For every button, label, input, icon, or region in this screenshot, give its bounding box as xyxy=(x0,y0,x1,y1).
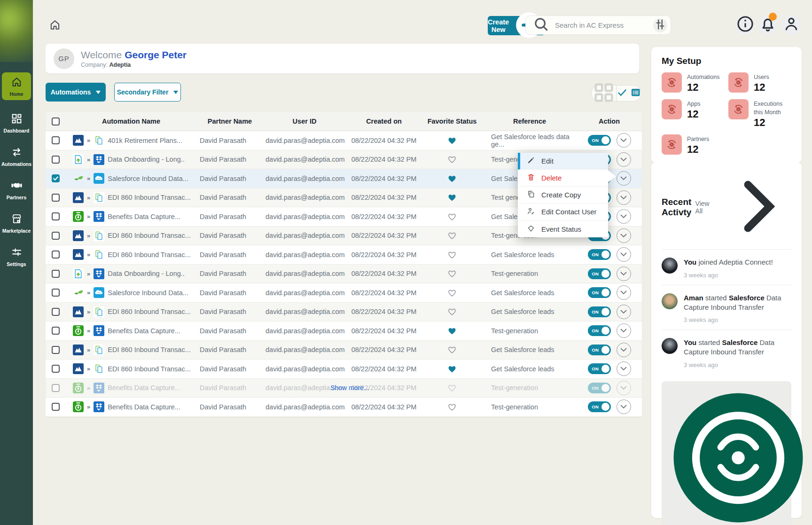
row-checkbox[interactable] xyxy=(52,403,60,411)
favorite-heart-filled-icon[interactable] xyxy=(447,136,457,145)
table-row: » Benefits Data Capture... David Parasat… xyxy=(46,379,642,398)
automation-name: Benefits Data Capture... xyxy=(108,213,180,220)
row-checkbox[interactable] xyxy=(52,212,60,220)
row-actions-button[interactable] xyxy=(617,171,631,186)
row-checkbox[interactable] xyxy=(52,346,60,354)
gear-sync-icon xyxy=(662,99,682,119)
chevrons-right-icon: » xyxy=(87,213,90,220)
status-toggle[interactable]: ON xyxy=(588,287,611,298)
row-checkbox[interactable] xyxy=(52,156,60,164)
sidebar-item-dashboard[interactable]: Dashboard xyxy=(1,113,32,133)
row-checkbox[interactable] xyxy=(52,365,60,373)
user-id: david.paras@adeptia.com xyxy=(263,232,346,239)
row-actions-button[interactable] xyxy=(617,190,631,205)
secondary-filter-dropdown[interactable]: Secondary Filter xyxy=(114,83,181,102)
favorite-heart-filled-icon[interactable] xyxy=(447,326,457,336)
row-checkbox[interactable] xyxy=(52,327,60,335)
profile-button[interactable] xyxy=(782,16,801,34)
status-toggle[interactable]: ON xyxy=(588,345,611,355)
favorite-heart-outline-icon[interactable] xyxy=(447,155,457,164)
row-actions-button[interactable] xyxy=(617,285,631,300)
row-actions-button[interactable] xyxy=(617,323,631,338)
row-actions-button[interactable] xyxy=(617,209,631,224)
table-row: » Salesforce Inbound Data... David Paras… xyxy=(46,283,642,303)
search-filter-button[interactable] xyxy=(653,18,667,32)
row-checkbox[interactable] xyxy=(52,270,60,278)
activity-avatar xyxy=(662,258,678,274)
favorite-heart-outline-icon[interactable] xyxy=(447,269,457,278)
menu-item-delete[interactable]: Delete xyxy=(518,170,608,187)
menu-item-edit[interactable]: Edit xyxy=(518,153,608,170)
status-toggle[interactable]: ON xyxy=(588,249,611,260)
list-view-button[interactable] xyxy=(617,86,641,101)
favorite-heart-outline-icon[interactable] xyxy=(447,402,457,412)
created-on: 08/22/2024 04:32 PM xyxy=(346,213,422,220)
row-actions-button[interactable] xyxy=(617,361,631,376)
view-all-link[interactable]: View All xyxy=(695,172,791,243)
favorite-heart-outline-icon[interactable] xyxy=(447,383,457,392)
sidebar-item-partners[interactable]: Partners xyxy=(1,180,32,200)
column-header: Favorite Status xyxy=(422,118,483,125)
breadcrumb-home-icon[interactable] xyxy=(49,19,61,31)
row-actions-button[interactable] xyxy=(617,228,631,243)
row-actions-button[interactable] xyxy=(617,152,631,167)
row-checkbox[interactable] xyxy=(52,194,60,202)
row-checkbox[interactable] xyxy=(52,308,60,316)
chevrons-right-icon: » xyxy=(87,232,90,239)
favorite-heart-filled-icon[interactable] xyxy=(447,174,457,183)
activity-time: 3 weeks ago xyxy=(684,361,791,368)
status-toggle[interactable]: ON xyxy=(588,268,611,279)
row-checkbox[interactable] xyxy=(52,232,60,240)
status-toggle[interactable]: ON xyxy=(588,383,611,393)
row-checkbox[interactable] xyxy=(52,384,60,392)
menu-item-create-copy[interactable]: Create Copy xyxy=(518,187,608,204)
document-app-icon xyxy=(94,192,104,203)
row-checkbox[interactable] xyxy=(52,174,60,182)
create-new-label: Create New xyxy=(488,18,509,33)
favorite-heart-filled-icon[interactable] xyxy=(447,364,457,374)
automation-name: Salesforce Inbound Data... xyxy=(108,175,188,182)
show-more-link[interactable]: Show more... xyxy=(330,384,369,392)
grid-view-button[interactable] xyxy=(592,86,617,101)
info-button[interactable] xyxy=(736,16,755,34)
row-checkbox[interactable] xyxy=(52,289,60,297)
grid-view-icon xyxy=(592,80,616,107)
row-actions-button[interactable] xyxy=(617,343,631,357)
sliders-icon xyxy=(653,17,667,33)
favorite-heart-outline-icon[interactable] xyxy=(447,288,457,298)
sidebar-item-marketplace[interactable]: Marketplace xyxy=(1,213,32,234)
primary-filter-dropdown[interactable]: Automations xyxy=(46,83,106,102)
created-on: 08/22/2024 04:32 PM xyxy=(346,308,422,315)
favorite-heart-filled-icon[interactable] xyxy=(447,193,457,202)
status-toggle[interactable]: ON xyxy=(588,325,611,336)
row-actions-button[interactable] xyxy=(617,266,631,281)
row-actions-button[interactable] xyxy=(617,400,631,414)
sidebar-item-home[interactable]: Home xyxy=(2,72,31,100)
favorite-heart-outline-icon[interactable] xyxy=(447,231,457,240)
created-on: 08/22/2024 04:32 PM xyxy=(346,403,422,411)
favorite-heart-outline-icon[interactable] xyxy=(447,345,457,354)
favorite-heart-outline-icon[interactable] xyxy=(447,212,457,221)
reference: Get Salesforce leads xyxy=(483,346,577,353)
row-actions-button[interactable] xyxy=(617,305,631,319)
search-input[interactable] xyxy=(555,21,648,29)
menu-item-event-status[interactable]: Event Status xyxy=(518,220,608,237)
stat-value: 12 xyxy=(754,117,791,129)
row-actions-button[interactable] xyxy=(617,381,631,395)
menu-item-edit-contact-user[interactable]: Edit Contact User xyxy=(518,204,608,220)
favorite-heart-outline-icon[interactable] xyxy=(447,250,457,259)
sidebar-item-automations[interactable]: Automations xyxy=(1,146,32,167)
row-actions-button[interactable] xyxy=(617,247,631,262)
favorite-heart-outline-icon[interactable] xyxy=(447,307,457,316)
row-checkbox[interactable] xyxy=(52,136,60,144)
row-checkbox[interactable] xyxy=(52,251,60,259)
status-toggle[interactable]: ON xyxy=(588,401,611,412)
status-toggle[interactable]: ON xyxy=(588,363,611,374)
quickbooks-app-icon xyxy=(73,401,84,412)
select-all-checkbox[interactable] xyxy=(52,118,60,125)
status-toggle[interactable]: ON xyxy=(588,306,611,317)
status-toggle[interactable]: ON xyxy=(588,135,611,146)
sidebar-item-settings[interactable]: Settings xyxy=(1,246,32,267)
row-actions-button[interactable] xyxy=(617,133,631,148)
stat-value: 12 xyxy=(687,143,709,156)
